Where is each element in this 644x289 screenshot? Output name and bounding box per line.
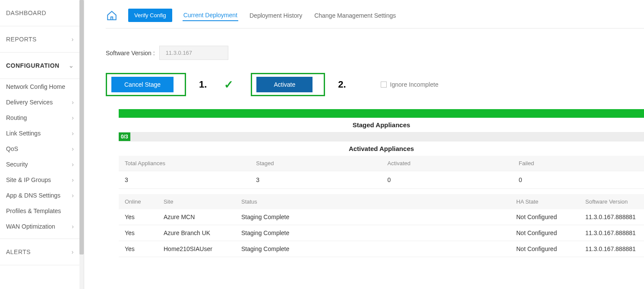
cell-sw: 11.3.0.167.888881 bbox=[579, 241, 644, 257]
chevron-right-icon: › bbox=[72, 161, 74, 168]
cell-sw: 11.3.0.167.888881 bbox=[579, 209, 644, 225]
sidebar-reports[interactable]: REPORTS › bbox=[0, 26, 80, 53]
chevron-right-icon: › bbox=[72, 36, 74, 43]
table-row: Yes Azure MCN Staging Complete Not Confi… bbox=[119, 209, 644, 225]
sidebar-item-wan-optimization[interactable]: WAN Optimization › bbox=[0, 219, 80, 234]
software-version-input[interactable] bbox=[159, 46, 228, 60]
chevron-right-icon: › bbox=[72, 176, 74, 183]
ignore-incomplete-checkbox[interactable] bbox=[381, 82, 387, 88]
summary-activated: 0 bbox=[382, 171, 513, 189]
sidebar-item-label: Network Config Home bbox=[6, 83, 65, 90]
activated-progress-badge: 0/3 bbox=[119, 132, 130, 141]
cell-online: Yes bbox=[119, 225, 158, 241]
sidebar-item-network-config-home[interactable]: Network Config Home bbox=[0, 79, 80, 94]
summary-staged: 3 bbox=[250, 171, 381, 189]
col-header-sw: Software Version bbox=[579, 194, 644, 209]
sidebar-item-label: Link Settings bbox=[6, 130, 41, 137]
checkmark-icon: ✓ bbox=[224, 78, 234, 91]
sidebar-dashboard[interactable]: DASHBOARD bbox=[0, 0, 80, 26]
chevron-right-icon: › bbox=[72, 130, 74, 137]
col-header-online: Online bbox=[119, 194, 158, 209]
cell-site: Home210SIAUser bbox=[158, 241, 235, 257]
ignore-incomplete-label: Ignore Incomplete bbox=[390, 81, 439, 88]
sidebar-item-label: Profiles & Templates bbox=[6, 207, 61, 214]
sidebar-alerts-label: ALERTS bbox=[6, 248, 31, 255]
tab-current-deployment[interactable]: Current Deployment bbox=[183, 10, 238, 21]
sidebar-item-link-settings[interactable]: Link Settings › bbox=[0, 126, 80, 141]
col-header-ha: HA State bbox=[510, 194, 579, 209]
staged-appliances-header: Staged Appliances bbox=[119, 118, 644, 132]
main-content: Verify Config Current Deployment Deploym… bbox=[84, 0, 644, 289]
sidebar-item-app-dns-settings[interactable]: App & DNS Settings › bbox=[0, 188, 80, 203]
chevron-right-icon: › bbox=[72, 223, 74, 230]
cell-ha: Not Configured bbox=[510, 209, 579, 225]
cell-online: Yes bbox=[119, 209, 158, 225]
sidebar-item-label: Site & IP Groups bbox=[6, 176, 51, 183]
sidebar-item-profiles-templates[interactable]: Profiles & Templates bbox=[0, 203, 80, 219]
marker-box-1: Cancel Stage bbox=[106, 73, 186, 96]
sidebar-item-qos[interactable]: QoS › bbox=[0, 141, 80, 157]
summary-header-staged: Staged bbox=[250, 156, 381, 171]
sidebar-item-routing[interactable]: Routing › bbox=[0, 110, 80, 126]
summary-table: Total Appliances Staged Activated Failed… bbox=[119, 156, 644, 189]
marker-label-2: 2. bbox=[338, 79, 346, 90]
tab-deployment-history[interactable]: Deployment History bbox=[249, 10, 303, 21]
sidebar-item-site-ip-groups[interactable]: Site & IP Groups › bbox=[0, 172, 80, 188]
cell-sw: 11.3.0.167.888881 bbox=[579, 225, 644, 241]
chevron-right-icon: › bbox=[72, 192, 74, 199]
staged-progress-bar bbox=[119, 109, 644, 118]
summary-total: 3 bbox=[119, 171, 250, 189]
tabs-row: Verify Config Current Deployment Deploym… bbox=[106, 9, 644, 28]
chevron-right-icon: › bbox=[72, 99, 74, 106]
sidebar-item-delivery-services[interactable]: Delivery Services › bbox=[0, 94, 80, 110]
sidebar-item-security[interactable]: Security › bbox=[0, 157, 80, 172]
marker-label-1: 1. bbox=[199, 79, 207, 90]
activated-progress-bar: 0/3 bbox=[119, 132, 644, 141]
cell-status: Staging Complete bbox=[235, 209, 510, 225]
chevron-right-icon: › bbox=[72, 145, 74, 152]
appliances-table: Online Site Status HA State Software Ver… bbox=[119, 194, 644, 257]
chevron-right-icon: › bbox=[72, 248, 74, 255]
summary-header-failed: Failed bbox=[513, 156, 644, 171]
sidebar-item-label: Security bbox=[6, 161, 28, 168]
sidebar: DASHBOARD REPORTS › CONFIGURATION ⌄ Netw… bbox=[0, 0, 84, 289]
cell-online: Yes bbox=[119, 241, 158, 257]
col-header-status: Status bbox=[235, 194, 510, 209]
sidebar-dashboard-label: DASHBOARD bbox=[6, 9, 46, 16]
sidebar-item-label: QoS bbox=[6, 145, 18, 152]
cell-ha: Not Configured bbox=[510, 225, 579, 241]
sidebar-configuration-label: CONFIGURATION bbox=[6, 62, 60, 69]
table-row: Yes Azure Branch UK Staging Complete Not… bbox=[119, 225, 644, 241]
verify-config-button[interactable]: Verify Config bbox=[128, 9, 172, 22]
sidebar-reports-label: REPORTS bbox=[6, 36, 37, 43]
marker-box-2: Activate bbox=[251, 73, 325, 96]
chevron-right-icon: › bbox=[72, 114, 74, 121]
action-row: Cancel Stage 1. ✓ Activate 2. Ignore Inc… bbox=[106, 73, 644, 96]
sidebar-alerts[interactable]: ALERTS › bbox=[0, 239, 80, 265]
scrollbar-thumb[interactable] bbox=[79, 0, 84, 254]
cell-site: Azure Branch UK bbox=[158, 225, 235, 241]
sidebar-item-label: WAN Optimization bbox=[6, 223, 55, 230]
sidebar-item-label: App & DNS Settings bbox=[6, 192, 60, 199]
home-icon[interactable] bbox=[106, 9, 118, 22]
summary-failed: 0 bbox=[513, 171, 644, 189]
summary-header-activated: Activated bbox=[382, 156, 513, 171]
cell-status: Staging Complete bbox=[235, 241, 510, 257]
activated-appliances-header: Activated Appliances bbox=[119, 141, 644, 156]
software-version-label: Software Version : bbox=[106, 50, 155, 57]
ignore-incomplete-row: Ignore Incomplete bbox=[381, 81, 439, 88]
sidebar-configuration[interactable]: CONFIGURATION ⌄ bbox=[0, 53, 80, 79]
table-row: Yes Home210SIAUser Staging Complete Not … bbox=[119, 241, 644, 257]
chevron-down-icon: ⌄ bbox=[69, 62, 74, 69]
sidebar-item-label: Delivery Services bbox=[6, 99, 53, 106]
cell-ha: Not Configured bbox=[510, 241, 579, 257]
sidebar-item-label: Routing bbox=[6, 114, 27, 121]
col-header-site: Site bbox=[158, 194, 235, 209]
summary-row: 3 3 0 0 bbox=[119, 171, 644, 189]
summary-header-total: Total Appliances bbox=[119, 156, 250, 171]
cell-status: Staging Complete bbox=[235, 225, 510, 241]
tab-change-mgmt-settings[interactable]: Change Management Settings bbox=[313, 10, 397, 21]
cell-site: Azure MCN bbox=[158, 209, 235, 225]
activate-button[interactable]: Activate bbox=[256, 77, 313, 92]
cancel-stage-button[interactable]: Cancel Stage bbox=[111, 77, 174, 92]
